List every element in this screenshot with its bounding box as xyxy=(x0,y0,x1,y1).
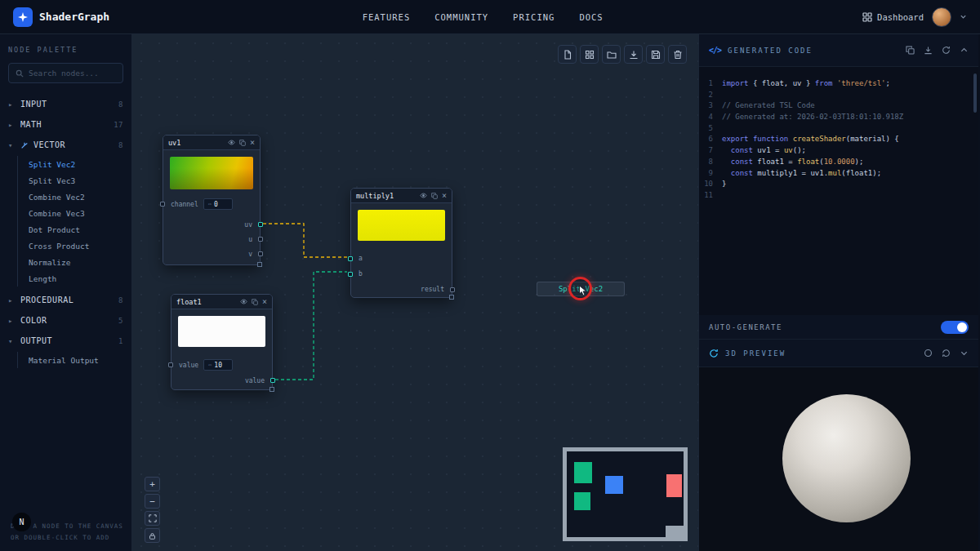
close-icon[interactable]: × xyxy=(262,298,267,306)
lock-button[interactable] xyxy=(145,528,160,543)
palette-item-normalize[interactable]: Normalize xyxy=(29,254,123,270)
input-port-a[interactable] xyxy=(348,256,353,261)
preview-3d-viewport[interactable] xyxy=(699,367,978,551)
palette-category-procedural[interactable]: ▸PROCEDURAL8 xyxy=(8,290,123,310)
node-header[interactable]: multiply1 × xyxy=(351,189,452,203)
new-file-button[interactable] xyxy=(558,45,577,64)
palette-item-combine-vec3[interactable]: Combine Vec3 xyxy=(29,205,123,221)
resize-handle[interactable] xyxy=(257,262,262,267)
code-lines: 1import { float, uv } from 'three/tsl';2… xyxy=(699,78,978,202)
value-input[interactable]: ↔10 xyxy=(203,359,233,371)
palette-category-color[interactable]: ▸COLOR5 xyxy=(8,310,123,331)
input-port[interactable] xyxy=(168,362,173,367)
palette-category-output[interactable]: ▾OUTPUT1 xyxy=(8,331,123,351)
input-port-b[interactable] xyxy=(348,272,353,277)
minimap[interactable] xyxy=(563,447,688,541)
close-icon[interactable]: × xyxy=(442,192,447,200)
collapse-panel-icon[interactable] xyxy=(960,46,969,55)
category-label: COLOR xyxy=(20,316,47,325)
chevron-down-icon: ▾ xyxy=(8,337,16,345)
node-multiply1[interactable]: multiply1 × a b result xyxy=(350,188,452,298)
material-sphere-icon[interactable] xyxy=(924,349,933,358)
auto-generate-toggle[interactable] xyxy=(941,321,969,334)
node-palette-sidebar: NODE PALETTE ▸INPUT8▸MATH17▾VECTOR8Split… xyxy=(0,34,132,551)
navbar: ShaderGraph FEATURESCOMMUNITYPRICINGDOCS… xyxy=(0,0,980,34)
scrub-icon: ↔ xyxy=(208,362,212,368)
refresh-code-icon[interactable] xyxy=(942,46,951,55)
cursor-badge: N xyxy=(12,513,31,531)
palette-category-math[interactable]: ▸MATH17 xyxy=(8,114,123,135)
chevron-down-icon[interactable] xyxy=(960,13,967,20)
graph-canvas[interactable]: uv1 × channel ↔0 uv u v multiply1 xyxy=(132,34,698,551)
auto-generate-label: AUTO-GENERATE xyxy=(709,323,782,331)
palette-item-dot-product[interactable]: Dot Product xyxy=(29,221,123,238)
eye-icon[interactable] xyxy=(240,298,247,305)
category-count: 8 xyxy=(118,141,123,149)
download-code-icon[interactable] xyxy=(924,46,933,55)
output-port-value[interactable] xyxy=(270,378,275,383)
preview-panel-header: 3D PREVIEW xyxy=(699,340,978,367)
node-float1[interactable]: float1 × value ↔10 value xyxy=(171,294,273,390)
copy-icon[interactable] xyxy=(252,299,258,305)
fit-view-button[interactable] xyxy=(145,511,160,526)
chevron-right-icon: ▸ xyxy=(8,296,16,304)
zoom-controls: + − xyxy=(145,477,160,543)
download-button[interactable] xyxy=(624,45,643,64)
palette-category-vector[interactable]: ▾VECTOR8 xyxy=(8,135,123,155)
input-port[interactable] xyxy=(160,202,165,207)
output-port-uv[interactable] xyxy=(258,222,263,227)
output-port-v[interactable] xyxy=(258,251,263,256)
dashboard-link[interactable]: Dashboard xyxy=(862,12,924,22)
preview-panel-title: 3D PREVIEW xyxy=(725,349,786,358)
layout-grid-button[interactable] xyxy=(580,45,599,64)
node-header[interactable]: uv1 × xyxy=(163,136,260,150)
chevron-down-icon[interactable] xyxy=(960,349,969,358)
category-label: INPUT xyxy=(20,100,47,109)
palette-item-material-output[interactable]: Material Output xyxy=(29,352,123,368)
node-header[interactable]: float1 × xyxy=(172,295,272,309)
copy-icon[interactable] xyxy=(239,140,246,146)
code-line: 7 const uv1 = uv(); xyxy=(699,145,978,157)
refresh-preview-icon[interactable] xyxy=(709,349,719,358)
channel-input[interactable]: ↔0 xyxy=(203,198,233,210)
avatar[interactable] xyxy=(932,7,951,27)
nav-link-features[interactable]: FEATURES xyxy=(363,12,411,22)
palette-item-split-vec2[interactable]: Split Vec2 xyxy=(29,156,123,172)
generated-code[interactable]: 1import { float, uv } from 'three/tsl';2… xyxy=(699,67,978,315)
palette-item-length[interactable]: Length xyxy=(29,270,123,287)
palette-item-split-vec3[interactable]: Split Vec3 xyxy=(29,172,123,189)
nav-link-community[interactable]: COMMUNITY xyxy=(434,12,488,22)
palette-category-input[interactable]: ▸INPUT8 xyxy=(8,94,123,114)
vector-icon xyxy=(20,141,29,149)
copy-code-icon[interactable] xyxy=(906,46,915,55)
palette-item-combine-vec2[interactable]: Combine Vec2 xyxy=(29,189,123,205)
brand[interactable]: ShaderGraph xyxy=(13,7,109,27)
chevron-right-icon: ▸ xyxy=(8,317,16,325)
resize-handle[interactable] xyxy=(270,387,274,392)
palette-item-cross-product[interactable]: Cross Product xyxy=(29,238,123,254)
resize-handle[interactable] xyxy=(449,295,454,300)
nav-link-docs[interactable]: DOCS xyxy=(579,12,603,22)
node-uv1[interactable]: uv1 × channel ↔0 uv u v xyxy=(163,135,261,265)
eye-icon[interactable] xyxy=(228,139,235,146)
open-folder-button[interactable] xyxy=(602,45,621,64)
copy-icon[interactable] xyxy=(431,193,438,199)
input-row: a xyxy=(351,251,452,266)
output-port-result[interactable] xyxy=(450,287,455,292)
output-port-u[interactable] xyxy=(258,237,263,242)
zoom-out-button[interactable]: − xyxy=(145,494,160,509)
reset-rotation-icon[interactable] xyxy=(942,349,951,358)
input-row: b xyxy=(351,266,452,282)
zoom-in-button[interactable]: + xyxy=(145,477,160,491)
result-row: result xyxy=(351,282,452,297)
close-icon[interactable]: × xyxy=(250,139,255,147)
save-button[interactable] xyxy=(646,45,665,64)
search-input[interactable] xyxy=(29,69,116,78)
delete-button[interactable] xyxy=(668,45,687,64)
outputs: value xyxy=(172,373,272,388)
eye-icon[interactable] xyxy=(420,192,427,199)
nav-link-pricing[interactable]: PRICING xyxy=(513,12,555,22)
search-box[interactable] xyxy=(8,63,123,83)
minimap-resize-handle[interactable] xyxy=(666,526,688,541)
code-scrollbar[interactable] xyxy=(973,73,977,113)
